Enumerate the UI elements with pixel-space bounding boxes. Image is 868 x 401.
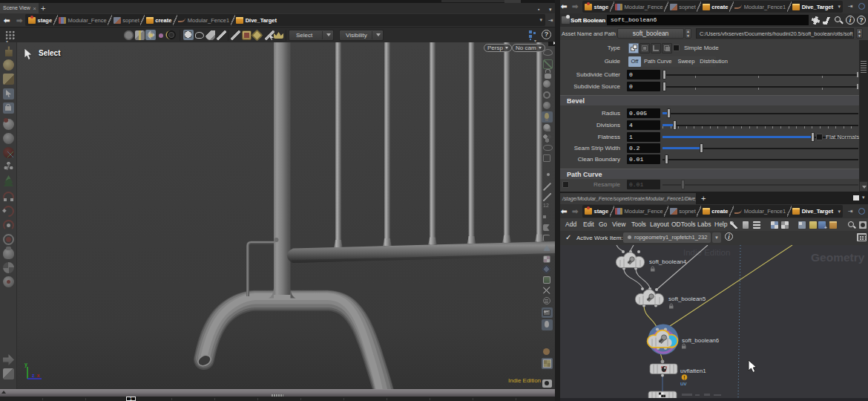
svg-text:uvflatten1: uvflatten1 — [680, 368, 706, 374]
svg-text:Indie Edition: Indie Edition — [683, 248, 730, 257]
svg-text:x: x — [37, 373, 40, 378]
svg-text:soft_boolean4: soft_boolean4 — [649, 258, 687, 265]
svg-text:soft_boolean6: soft_boolean6 — [682, 337, 720, 344]
svg-text:Geometry: Geometry — [811, 251, 865, 264]
svg-text:!: ! — [683, 375, 685, 380]
svg-text:uv: uv — [680, 380, 686, 387]
svg-text:z: z — [32, 373, 35, 378]
svg-text:soft_boolean5: soft_boolean5 — [668, 296, 706, 302]
svg-text:y: y — [24, 362, 27, 368]
